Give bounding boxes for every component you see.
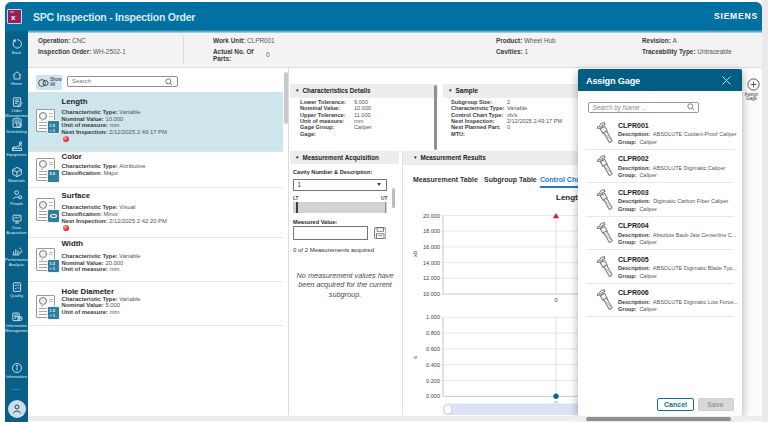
svg-text:0.400: 0.400 (426, 362, 440, 368)
svg-text:0.600: 0.600 (426, 346, 440, 352)
svg-text:18.000: 18.000 (423, 228, 440, 234)
svg-text:14.000: 14.000 (423, 260, 440, 266)
svg-text:1.000: 1.000 (426, 314, 440, 320)
svg-text:16.000: 16.000 (423, 244, 440, 250)
svg-text:0.200: 0.200 (426, 378, 440, 384)
svg-text:0.000: 0.000 (426, 393, 440, 399)
svg-text:10.000: 10.000 (423, 291, 440, 297)
svg-text:12.000: 12.000 (423, 275, 440, 281)
svg-text:s: s (412, 356, 418, 359)
svg-text:0.800: 0.800 (426, 330, 440, 336)
svg-text:20.000: 20.000 (423, 213, 440, 219)
svg-text:0: 0 (554, 297, 557, 303)
svg-text:xb: xb (412, 250, 418, 257)
